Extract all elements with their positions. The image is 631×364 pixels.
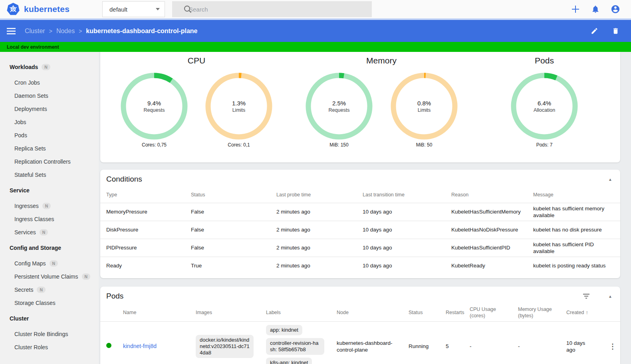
pod-node-cell: kubernetes-dashboard-control-plane: [331, 321, 403, 364]
conditions-cell-status: False: [185, 221, 270, 239]
conditions-cell-reason: KubeletHasNoDiskPressure: [445, 221, 527, 239]
gauge-value: 0.8%: [417, 100, 431, 107]
pods-col-cpu-usage-cores[interactable]: CPU Usage (cores): [464, 304, 512, 321]
gauge-value: 9.4%: [147, 100, 161, 107]
conditions-col-reason: Reason: [445, 187, 527, 203]
sidebar-section-title-config-and-storage: Config and Storage: [0, 244, 99, 252]
allocation-group-title-memory: Memory: [366, 56, 397, 65]
sidebar-item-label: Config Maps: [14, 260, 46, 267]
pods-filter-button[interactable]: [581, 292, 591, 301]
sidebar-item-cluster-roles[interactable]: Cluster Roles: [0, 340, 99, 354]
gauge-footer: Cores: 0,75: [121, 142, 188, 148]
pods-table: NameImagesLabelsNodeStatusRestartsCPU Us…: [100, 304, 620, 364]
gauge-footer: MiB: 50: [391, 142, 458, 148]
sidebar-item-daemon-sets[interactable]: Daemon Sets: [0, 89, 99, 102]
donut-chart: 6.4%Allocation: [511, 73, 578, 140]
sidebar-item-persistent-volume-claims[interactable]: Persistent Volume ClaimsN: [0, 270, 99, 283]
delete-resource-button[interactable]: [611, 26, 620, 36]
conditions-card: Conditions ▲ TypeStatusLast probe timeLa…: [100, 170, 620, 278]
pods-col-status[interactable]: Status: [403, 304, 440, 321]
sidebar-item-jobs[interactable]: Jobs: [0, 115, 99, 129]
sort-ascending-icon: ↑: [585, 309, 588, 315]
sidebar-item-label: Stateful Sets: [14, 172, 46, 178]
notifications-button[interactable]: [591, 4, 600, 14]
allocation-group-title-cpu: CPU: [188, 56, 205, 65]
new-badge: N: [50, 260, 58, 267]
pods-col-memory-usage-bytes[interactable]: Memory Usage (bytes): [512, 304, 560, 321]
pods-col-images[interactable]: Images: [190, 304, 260, 321]
sidebar-item-replica-sets[interactable]: Replica Sets: [0, 142, 99, 155]
pod-restarts-cell: 5: [440, 321, 464, 364]
pods-col-labels[interactable]: Labels: [260, 304, 331, 321]
conditions-cell-type: DiskPressure: [100, 221, 185, 239]
gauge-value: 6.4%: [538, 100, 551, 107]
conditions-col-type: Type: [100, 187, 185, 203]
conditions-cell-message: kubelet is posting ready status: [527, 257, 620, 275]
trash-icon: [612, 27, 619, 35]
brand-title: kubernetes: [24, 4, 69, 14]
sidebar-item-label: Jobs: [14, 119, 26, 125]
pods-col-name[interactable]: Name: [117, 304, 190, 321]
add-resource-button[interactable]: [571, 4, 580, 14]
collapse-arrow-icon: ▲: [608, 177, 612, 182]
gauge-value: 2.5%: [332, 100, 346, 107]
sidebar-item-cron-jobs[interactable]: Cron Jobs: [0, 76, 99, 89]
sidebar-item-cluster-role-bindings[interactable]: Cluster Role Bindings: [0, 327, 99, 340]
pod-created-cell: 10 days ago: [560, 321, 601, 364]
conditions-collapse-button[interactable]: ▲: [607, 176, 614, 183]
hamburger-icon: [7, 28, 16, 34]
sidebar-section-title-service: Service: [0, 186, 99, 194]
new-badge: N: [42, 203, 51, 209]
edit-resource-button[interactable]: [589, 26, 599, 36]
breadcrumb-link-cluster[interactable]: Cluster: [25, 28, 45, 35]
pods-col-restarts[interactable]: Restarts: [440, 304, 464, 321]
account-button[interactable]: [611, 4, 620, 14]
allocation-group-title-pods: Pods: [535, 56, 554, 65]
sidebar-item-services[interactable]: ServicesN: [0, 226, 99, 239]
sidebar-item-ingresses[interactable]: IngressesN: [0, 199, 99, 212]
gauge-footer: Pods: 7: [511, 142, 578, 148]
conditions-cell-last-probe-time: 2 minutes ago: [270, 221, 357, 239]
pods-col-node[interactable]: Node: [331, 304, 403, 321]
conditions-col-last-probe-time: Last probe time: [270, 187, 357, 203]
pods-col-created[interactable]: Created↑: [560, 304, 601, 321]
sidebar-item-deployments[interactable]: Deployments: [0, 102, 99, 115]
sidebar-section-cluster: ClusterCluster Role BindingsCluster Role…: [0, 315, 99, 354]
gauge-label: Requests: [144, 107, 165, 113]
gauge-label: Allocation: [534, 107, 555, 113]
sidebar-item-label: Ingresses: [14, 203, 39, 209]
pod-row-menu-button[interactable]: ⋮: [607, 341, 619, 352]
pod-status-text-cell: Running: [403, 321, 440, 364]
search-input[interactable]: [189, 6, 349, 13]
pod-cpu-usage-cell: -: [464, 321, 512, 364]
sidebar-item-secrets[interactable]: SecretsN: [0, 283, 99, 296]
kubernetes-logo-icon: [6, 2, 20, 16]
gauge-label: Limits: [232, 107, 246, 113]
sidebar-item-stateful-sets[interactable]: Stateful Sets: [0, 168, 99, 181]
sidebar-item-ingress-classes[interactable]: Ingress Classes: [0, 212, 99, 226]
table-row: kindnet-fmj8ddocker.io/kindest/kindnetd:…: [100, 321, 620, 364]
app-header: kubernetes default: [0, 0, 631, 18]
sidebar-item-label: Replica Sets: [14, 145, 46, 152]
resource-actions: [589, 26, 620, 36]
gauge-pods-allocation: 6.4%AllocationPods: 7: [511, 73, 578, 148]
label-chip: app: kindnet: [266, 325, 302, 335]
conditions-cell-last-transition-time: 10 days ago: [357, 221, 445, 239]
pod-images-cell: docker.io/kindest/kindnetd:v20230511-dc7…: [190, 321, 260, 364]
table-row: PIDPressureFalse2 minutes ago10 days ago…: [100, 239, 620, 257]
sidebar-item-replication-controllers[interactable]: Replication Controllers: [0, 155, 99, 168]
pod-name-link[interactable]: kindnet-fmj8d: [123, 343, 157, 349]
sidebar-section-config-and-storage: Config and StorageConfig MapsNPersistent…: [0, 244, 99, 309]
sidebar-item-storage-classes[interactable]: Storage Classes: [0, 296, 99, 309]
collapse-arrow-icon: ▲: [608, 294, 612, 299]
sidebar-item-config-maps[interactable]: Config MapsN: [0, 257, 99, 270]
menu-toggle-button[interactable]: [6, 26, 16, 36]
breadcrumb-link-nodes[interactable]: Nodes: [56, 28, 75, 35]
namespace-selector[interactable]: default: [102, 1, 165, 17]
sidebar-section-title-workloads: WorkloadsN: [0, 63, 99, 71]
conditions-cell-message: kubelet has no disk pressure: [527, 221, 620, 239]
pods-collapse-button[interactable]: ▲: [607, 293, 614, 300]
breadcrumb-separator-icon: >: [79, 28, 82, 34]
sidebar-item-pods[interactable]: Pods: [0, 129, 99, 142]
gauge-cpu-requests: 9.4%RequestsCores: 0,75: [121, 73, 188, 148]
